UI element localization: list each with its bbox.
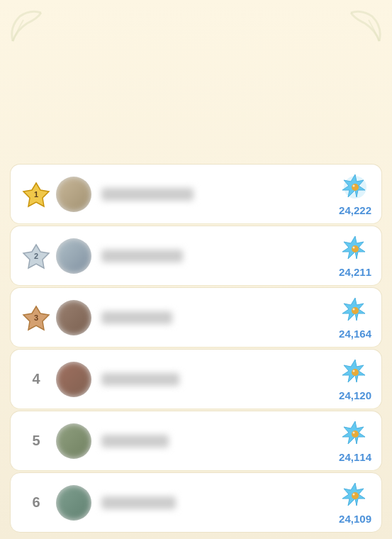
- star-icon-6: [340, 480, 371, 511]
- score-section-6: 24,109: [339, 480, 371, 525]
- user-info-3: [101, 311, 339, 324]
- svg-point-2: [352, 184, 359, 191]
- avatar-1: [56, 177, 91, 212]
- rank-badge-6: 6: [21, 487, 52, 518]
- svg-point-6: [353, 247, 355, 249]
- user-info-4: [101, 373, 339, 386]
- user-info-2: [101, 250, 339, 262]
- avatar-3: [56, 300, 91, 335]
- star-icon-1: [340, 172, 371, 203]
- svg-point-3: [353, 185, 355, 187]
- rank-row-3: 3 24,164: [10, 287, 382, 348]
- star-icon-3: [340, 295, 371, 326]
- svg-point-9: [353, 309, 355, 311]
- rank-badge-4: 4: [21, 364, 52, 395]
- score-section-2: 24,211: [339, 233, 371, 278]
- user-info-5: [101, 435, 339, 448]
- score-section-1: 24,222: [339, 172, 371, 216]
- svg-point-11: [353, 370, 355, 372]
- svg-point-13: [353, 432, 355, 434]
- score-6: 24,109: [339, 513, 371, 525]
- svg-text:2: 2: [34, 252, 38, 260]
- star-icon-5: [340, 418, 371, 450]
- svg-point-12: [352, 430, 359, 438]
- corner-decoration-tr: [344, 6, 386, 48]
- rank-badge-1: 1: [21, 179, 52, 210]
- avatar-2: [56, 238, 91, 274]
- score-section-3: 24,164: [339, 295, 371, 340]
- svg-text:1: 1: [34, 190, 38, 199]
- svg-point-14: [352, 492, 359, 499]
- rank-row-2: 2 24,211: [10, 226, 382, 286]
- score-1: 24,222: [339, 204, 371, 216]
- rank-row-4: 4 24,120: [10, 349, 382, 409]
- rank-badge-3: 3: [21, 302, 52, 333]
- rank-row-6: 6 24,109: [10, 472, 382, 533]
- user-info-6: [101, 496, 339, 509]
- score-2: 24,211: [339, 266, 371, 278]
- star-icon-2: [340, 233, 371, 265]
- avatar-4: [56, 362, 91, 397]
- avatar-6: [56, 485, 91, 521]
- svg-point-15: [353, 494, 355, 496]
- score-5: 24,114: [339, 451, 371, 463]
- score-4: 24,120: [339, 389, 371, 401]
- svg-text:3: 3: [34, 313, 38, 322]
- score-section-4: 24,120: [339, 357, 371, 401]
- rank-row-5: 5 24,114: [10, 411, 382, 471]
- score-3: 24,164: [339, 328, 371, 340]
- svg-point-8: [352, 307, 359, 314]
- avatar-5: [56, 423, 91, 459]
- rank-row-1: 1 24,222: [10, 164, 382, 224]
- corner-decoration-tl: [6, 6, 48, 48]
- rank-badge-2: 2: [21, 240, 52, 272]
- rank-badge-5: 5: [21, 426, 52, 457]
- score-section-5: 24,114: [339, 418, 371, 463]
- svg-point-10: [352, 369, 359, 376]
- star-icon-4: [340, 357, 371, 388]
- user-info-1: [101, 188, 339, 201]
- svg-point-5: [352, 245, 359, 252]
